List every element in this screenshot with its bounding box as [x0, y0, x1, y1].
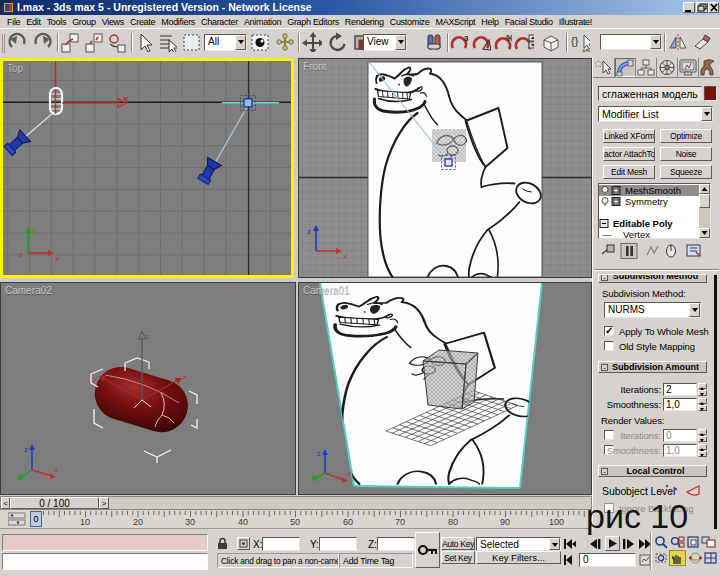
pin-stack-icon[interactable]	[602, 245, 614, 254]
render-iterations-spinner[interactable]	[698, 429, 707, 442]
menu-create[interactable]: Create	[127, 17, 158, 27]
keyboard-override-icon[interactable]	[540, 32, 560, 52]
rollout-subdivision-method[interactable]: - Subdivision Method	[598, 274, 707, 283]
iterations-field[interactable]: 2	[663, 383, 697, 396]
button-linked-xform[interactable]: Linked XForm	[603, 129, 655, 143]
min-max-toggle-icon[interactable]	[703, 551, 718, 565]
dropdown-arrow-icon[interactable]	[549, 538, 560, 550]
collapse-minus-icon[interactable]	[599, 218, 611, 229]
iterations-spinner[interactable]	[698, 383, 707, 396]
scroll-up-button[interactable]	[699, 184, 710, 194]
edit-named-selections-icon[interactable]: {} ABC	[570, 32, 590, 52]
dropdown-arrow-icon[interactable]	[689, 303, 700, 317]
lightbulb-icon[interactable]	[599, 185, 621, 196]
set-key-button[interactable]: Set Key	[441, 551, 475, 564]
stack-item-symmetry[interactable]: Symmetry	[599, 196, 700, 207]
make-unique-icon[interactable]	[647, 246, 658, 255]
configure-modifier-sets-icon[interactable]	[687, 245, 700, 256]
select-and-rotate-icon[interactable]	[327, 32, 347, 52]
tab-modify[interactable]	[615, 58, 636, 77]
zoom-region-icon[interactable]	[654, 551, 669, 565]
render-smoothness-spinner[interactable]	[698, 444, 707, 457]
menu-views[interactable]: Views	[99, 17, 127, 27]
show-end-result-icon[interactable]	[621, 244, 637, 259]
button-squeeze[interactable]: Squeeze	[660, 165, 712, 179]
select-and-move-icon[interactable]	[302, 32, 322, 52]
select-object-icon[interactable]	[134, 32, 154, 52]
smoothness-field[interactable]: 1,0	[663, 398, 697, 411]
x-coordinate-field[interactable]	[262, 537, 300, 551]
menu-rendering[interactable]: Rendering	[342, 17, 387, 27]
key-filters-button[interactable]: Key Filters...	[476, 551, 561, 564]
dropdown-arrow-icon[interactable]	[701, 107, 712, 121]
viewport-camera02[interactable]: z y x z x Camera02	[0, 282, 296, 495]
current-frame-field[interactable]: 0	[579, 553, 636, 567]
go-to-start-button[interactable]	[563, 538, 576, 550]
close-button[interactable]	[708, 2, 719, 13]
rollout-subdivision-amount[interactable]: - Subdivision Amount	[598, 361, 707, 373]
subobject-level-icons[interactable]	[655, 482, 705, 498]
viewport-label-top[interactable]: Top	[7, 63, 23, 74]
apply-to-whole-mesh-checkbox[interactable]	[604, 326, 614, 336]
reference-coordinate-dropdown[interactable]: View	[363, 34, 407, 51]
z-coordinate-field[interactable]	[377, 537, 415, 551]
snap-toggle-3d-icon[interactable]: 3	[449, 32, 469, 52]
selection-lock-icon[interactable]	[216, 537, 229, 550]
current-frame-marker[interactable]: 0	[30, 511, 42, 527]
arc-rotate-icon[interactable]	[688, 551, 703, 565]
menu-character[interactable]: Character	[198, 17, 241, 27]
modifier-list-dropdown[interactable]: Modifier List	[598, 106, 713, 122]
zoom-extents-icon[interactable]	[686, 535, 701, 549]
time-forward-button[interactable]: >	[99, 497, 109, 509]
mini-curve-editor-icon[interactable]	[8, 512, 28, 527]
add-time-tag[interactable]: Add Time Tag	[339, 553, 413, 568]
dropdown-arrow-icon[interactable]	[650, 35, 661, 49]
tab-utilities[interactable]	[699, 58, 720, 77]
time-slider-handle[interactable]: 0 / 100	[10, 497, 99, 509]
button-edit-mesh[interactable]: Edit Mesh	[603, 165, 655, 179]
brush-cube-object[interactable]	[423, 350, 478, 409]
spinner-snap-icon[interactable]	[514, 32, 534, 52]
menu-tools[interactable]: Tools	[44, 17, 70, 27]
stack-item-meshsmooth[interactable]: MeshSmooth	[599, 185, 700, 196]
render-smoothness-field[interactable]: 1,0	[663, 444, 697, 457]
remove-modifier-icon[interactable]	[667, 245, 676, 257]
pan-button-active[interactable]	[669, 550, 686, 566]
align-icon[interactable]	[691, 32, 711, 52]
menu-help[interactable]: Help	[478, 17, 501, 27]
menu-customize[interactable]: Customize	[387, 17, 433, 27]
absolute-mode-button[interactable]	[237, 537, 250, 550]
restore-button[interactable]	[696, 2, 708, 13]
object-color-swatch[interactable]	[704, 86, 717, 101]
viewport-label-front[interactable]: Front	[303, 61, 326, 72]
track-bar[interactable]: 0 10 20 30 40 50 60 70 80 90 100	[0, 510, 589, 529]
use-center-icon[interactable]	[424, 32, 444, 52]
stack-scrollbar[interactable]	[699, 184, 710, 238]
key-filter-dropdown[interactable]: Selected	[476, 537, 561, 551]
dropdown-arrow-icon[interactable]	[235, 35, 246, 50]
selection-filter-dropdown[interactable]: All	[204, 34, 247, 51]
zoom-icon[interactable]	[654, 535, 669, 549]
viewport-label-camera02[interactable]: Camera02	[5, 285, 52, 296]
maxscript-mini-listener[interactable]	[2, 553, 208, 570]
button-optimize[interactable]: Optimize	[660, 129, 712, 143]
time-back-button[interactable]: <	[1, 497, 10, 509]
scroll-down-button[interactable]	[699, 228, 710, 238]
auto-key-button[interactable]: Auto Key	[441, 537, 475, 550]
menu-illustrate[interactable]: Illustrate!	[556, 17, 595, 27]
tab-motion[interactable]	[657, 58, 678, 77]
select-filter-icon[interactable]	[250, 32, 270, 52]
panel-scrollbar[interactable]	[714, 275, 717, 531]
dropdown-arrow-icon[interactable]	[395, 35, 406, 50]
nurms-dropdown[interactable]: NURMS	[604, 302, 701, 318]
y-coordinate-field[interactable]	[319, 537, 357, 551]
menu-file[interactable]: File	[4, 17, 23, 27]
viewport-top[interactable]: z x y Top	[0, 58, 294, 278]
named-selection-dropdown[interactable]	[600, 34, 662, 50]
percent-snap-icon[interactable]: %	[492, 32, 512, 52]
viewport-camera01[interactable]: z x Camera01	[298, 282, 592, 495]
modifier-stack-list[interactable]: MeshSmooth Symmetry Editable Poly ----Ve…	[598, 183, 711, 239]
next-frame-button[interactable]	[622, 538, 635, 550]
menu-modifiers[interactable]: Modifiers	[158, 17, 198, 27]
zoom-all-icon[interactable]	[670, 535, 685, 549]
